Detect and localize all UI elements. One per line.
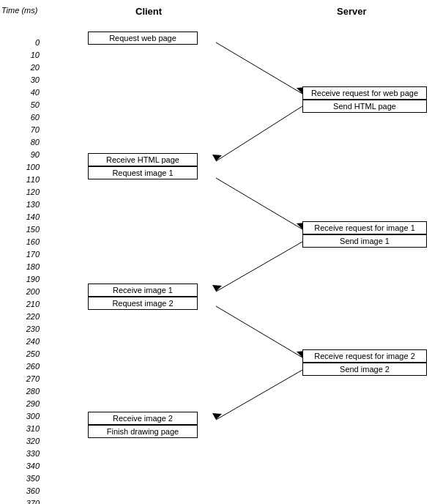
- time-axis-label: Time (ms): [1, 6, 40, 15]
- time-mark-270: 270: [1, 374, 40, 383]
- time-mark-40: 40: [1, 88, 40, 97]
- svg-marker-3: [212, 155, 222, 161]
- box-send-html: Send HTML page: [302, 100, 427, 113]
- time-mark-10: 10: [1, 51, 40, 59]
- time-mark-260: 260: [1, 362, 40, 371]
- time-mark-250: 250: [1, 349, 40, 358]
- svg-line-6: [216, 242, 302, 292]
- time-mark-130: 130: [1, 200, 40, 209]
- time-mark-120: 120: [1, 188, 40, 196]
- box-send-img1: Send image 1: [302, 234, 427, 248]
- time-mark-70: 70: [1, 125, 40, 134]
- svg-line-0: [216, 42, 302, 94]
- time-mark-350: 350: [1, 474, 40, 483]
- box-finish-drawing: Finish drawing page: [88, 425, 198, 438]
- time-mark-20: 20: [1, 63, 40, 72]
- box-request-web: Request web page: [88, 32, 198, 45]
- box-request-img1: Request image 1: [88, 166, 198, 179]
- time-mark-80: 80: [1, 138, 40, 147]
- diagram-container: Time (ms) Client Server 0102030405060708…: [0, 0, 432, 504]
- time-mark-50: 50: [1, 100, 40, 109]
- client-header: Client: [135, 6, 162, 17]
- time-mark-310: 310: [1, 424, 40, 433]
- time-mark-190: 190: [1, 275, 40, 284]
- box-receive-img2: Receive image 2: [88, 412, 198, 425]
- time-mark-290: 290: [1, 399, 40, 408]
- time-mark-160: 160: [1, 237, 40, 246]
- box-receive-web-req: Receive request for web page: [302, 86, 427, 100]
- time-mark-140: 140: [1, 212, 40, 221]
- time-mark-0: 0: [1, 38, 40, 47]
- time-mark-300: 300: [1, 412, 40, 420]
- time-mark-30: 30: [1, 75, 40, 84]
- time-mark-170: 170: [1, 250, 40, 259]
- time-mark-60: 60: [1, 113, 40, 122]
- time-mark-360: 360: [1, 486, 40, 495]
- box-send-img2: Send image 2: [302, 363, 427, 376]
- svg-marker-11: [212, 413, 222, 420]
- time-mark-210: 210: [1, 300, 40, 308]
- box-receive-img1-req: Receive request for image 1: [302, 221, 427, 234]
- time-mark-330: 330: [1, 449, 40, 458]
- svg-marker-7: [212, 285, 222, 292]
- box-receive-img1: Receive image 1: [88, 284, 198, 297]
- time-mark-370: 370: [1, 499, 40, 504]
- time-mark-340: 340: [1, 462, 40, 470]
- box-request-img2: Request image 2: [88, 297, 198, 310]
- time-mark-90: 90: [1, 150, 40, 159]
- time-mark-280: 280: [1, 387, 40, 396]
- time-mark-100: 100: [1, 163, 40, 171]
- arrows-svg: [0, 0, 432, 504]
- time-mark-320: 320: [1, 437, 40, 445]
- svg-line-8: [216, 306, 302, 357]
- time-mark-180: 180: [1, 262, 40, 271]
- time-mark-220: 220: [1, 312, 40, 321]
- box-receive-html: Receive HTML page: [88, 153, 198, 166]
- time-mark-110: 110: [1, 175, 40, 184]
- svg-line-10: [216, 370, 302, 420]
- svg-line-4: [216, 178, 302, 229]
- time-mark-230: 230: [1, 325, 40, 333]
- server-header: Server: [337, 6, 366, 17]
- time-mark-200: 200: [1, 287, 40, 296]
- box-receive-img2-req: Receive request for image 2: [302, 349, 427, 363]
- time-mark-150: 150: [1, 225, 40, 234]
- svg-line-2: [216, 106, 302, 161]
- time-mark-240: 240: [1, 337, 40, 346]
